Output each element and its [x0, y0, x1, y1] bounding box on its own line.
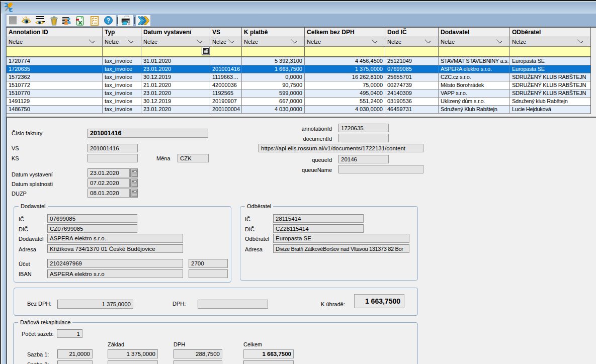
svg-text:?: ? — [107, 17, 110, 24]
